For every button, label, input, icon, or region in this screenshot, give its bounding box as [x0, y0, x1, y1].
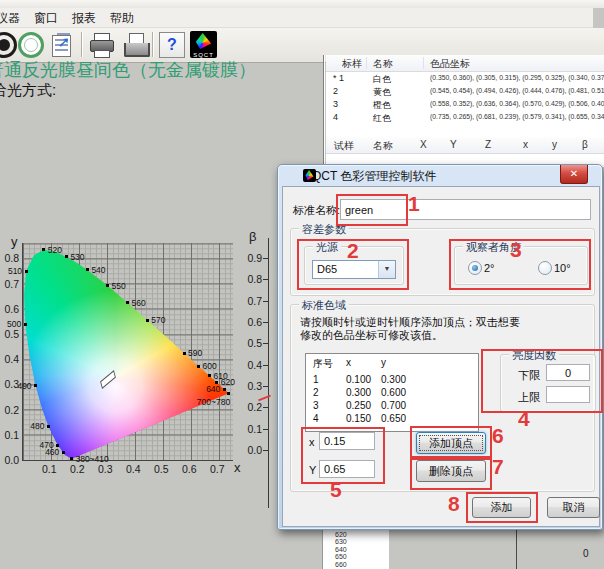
green-ring-icon [18, 32, 44, 58]
column-header: 标样 [342, 57, 362, 71]
tolerance-group-label: 容差参数 [299, 222, 349, 237]
x-axis-title: x [234, 460, 241, 475]
wavelength-item: 660 [335, 561, 347, 568]
dialog-title: SQCT 色彩管理控制软件 [304, 169, 436, 183]
row-id: 4 [333, 112, 338, 122]
vertex-cell[interactable]: 4 [313, 413, 319, 424]
beta-axis-title: β [249, 229, 256, 244]
x-tick-0.3: 0.3 [98, 463, 113, 475]
export-report-icon[interactable]: ➚ [49, 31, 77, 59]
radio-10deg-label: 10° [554, 262, 571, 274]
locus-point-500 [24, 323, 27, 326]
standards-table-header: 标样名称色品坐标 [326, 55, 604, 72]
y-tick-0.8: 0.8 [0, 252, 19, 264]
standard-name-input[interactable] [340, 199, 591, 220]
document-icon: ➚ [52, 35, 71, 57]
wavelength-item: 620 [335, 531, 347, 538]
observer-group-label: 观察者角度 [463, 240, 524, 255]
table-row[interactable]: * 1白色(0.350, 0.360), (0.305, 0.315), (0.… [326, 72, 604, 85]
chevron-down-icon[interactable]: ▼ [378, 261, 395, 278]
column-separator [423, 57, 424, 69]
sqct-logo-icon[interactable]: SQCT [190, 31, 218, 59]
vertex-cell[interactable]: 0.150 [346, 413, 371, 424]
dialog-content: 标准名称: 容差参数 光源 D65 ▼ 观察者角度 2° 10° 标准色域 请按… [282, 186, 600, 527]
vertex-cell[interactable]: 0.300 [346, 387, 371, 398]
menu-item-帮助[interactable]: 帮助 [103, 8, 141, 29]
y-tick-0.5: 0.5 [0, 328, 19, 340]
record-circle-icon[interactable] [0, 31, 18, 59]
vertex-cell[interactable]: 2 [313, 387, 319, 398]
locus-label-510: 510 [8, 266, 22, 276]
beta-tick-0.7: 0.7 [238, 295, 262, 307]
table-row[interactable]: 4红色(0.735, 0.265), (0.681, 0.239), (0.57… [326, 111, 604, 124]
vertex-cell[interactable]: 1 [313, 374, 319, 385]
print-icon[interactable] [87, 31, 115, 59]
locus-label-640: 640 [206, 384, 220, 394]
dark-ring-icon [0, 32, 17, 58]
wavelength-list-panel: 620630640650660 [322, 529, 389, 569]
dialog-titlebar[interactable]: SQCT 色彩管理控制软件 [286, 168, 436, 184]
vertex-column-header: x [346, 357, 351, 368]
green-circle-icon[interactable] [17, 31, 45, 59]
beta-tick-0.8: 0.8 [238, 273, 262, 285]
vertex-cell[interactable]: 0.100 [346, 374, 371, 385]
y-tick-0.6: 0.6 [0, 303, 19, 315]
vertex-cell[interactable]: 0.250 [346, 400, 371, 411]
locus-label-570: 570 [151, 315, 165, 325]
locus-point-640 [223, 388, 226, 391]
locus-label-620: 620 [221, 377, 235, 387]
luminance-groupbox: 亮度因数 [500, 354, 596, 412]
radio-2deg[interactable] [468, 261, 482, 275]
close-button[interactable]: ✕ [560, 165, 588, 184]
locus-point-470 [56, 444, 59, 447]
illuminant-combobox[interactable]: D65 ▼ [312, 260, 396, 279]
vertex-cell[interactable]: 3 [313, 400, 319, 411]
vertex-cell[interactable]: 0.700 [381, 400, 406, 411]
x-tick-0.7: 0.7 [210, 463, 225, 475]
locus-label-600: 600 [203, 361, 217, 371]
upper-limit-input[interactable] [546, 386, 590, 403]
row-id: * 1 [333, 73, 344, 83]
vertex-cell[interactable]: 0.300 [381, 374, 406, 385]
table-row[interactable]: 3橙色(0.558, 0.352), (0.636, 0.364), (0.57… [326, 98, 604, 111]
dialog-sqct: SQCT 色彩管理控制软件 ✕ 标准名称: 容差参数 光源 D65 ▼ 观察者角… [277, 164, 603, 530]
column-header: 名称 [373, 139, 393, 153]
menu-item-窗口[interactable]: 窗口 [27, 8, 65, 29]
lower-limit-input[interactable] [546, 364, 590, 381]
x-tick-0.2: 0.2 [70, 463, 85, 475]
print-preview-icon[interactable] [121, 31, 149, 59]
help-icon[interactable]: ? [158, 31, 186, 59]
toolbar-separator [81, 32, 82, 57]
vertex-cell[interactable]: 0.600 [381, 387, 406, 398]
radio-10deg[interactable] [538, 261, 552, 275]
x-tick-0.4: 0.4 [126, 463, 141, 475]
locus-label-520: 520 [48, 245, 62, 255]
y-tick-0.1: 0.1 [0, 429, 19, 441]
wavelength-item: 650 [335, 553, 347, 560]
vertex-table[interactable]: 序号xy10.1000.30020.3000.60030.2500.70040.… [305, 353, 479, 432]
column-header: 名称 [373, 57, 393, 71]
beta-axis-line [268, 238, 269, 508]
menu-item-仪器[interactable]: 仪器 [0, 8, 27, 29]
standard-name-label: 标准名称: [293, 203, 340, 218]
locus-label-490: 490 [17, 381, 31, 391]
beta-tick-mark [263, 343, 268, 344]
cancel-button[interactable]: 取消 [547, 497, 600, 518]
x-coordinate-input[interactable] [319, 432, 375, 450]
x-tick-0.6: 0.6 [182, 463, 197, 475]
y-coordinate-input[interactable] [319, 460, 375, 478]
table-row[interactable]: 2黄色(0.545, 0.454), (0.494, 0.426), (0.44… [326, 85, 604, 98]
y-tick-0: 0.0 [0, 454, 19, 466]
delete-vertex-button[interactable]: 删除顶点 [416, 460, 486, 482]
locus-label-480: 480 [30, 421, 44, 431]
locus-label-560: 560 [131, 298, 145, 308]
add-button[interactable]: 添加 [472, 497, 531, 518]
locus-point-570 [146, 319, 149, 322]
add-vertex-button[interactable]: 添加顶点 [416, 432, 486, 454]
vertex-cell[interactable]: 0.650 [381, 413, 406, 424]
locus-point-520 [42, 248, 45, 251]
row-coordinates: (0.735, 0.265), (0.681, 0.239), (0.579, … [430, 113, 604, 120]
toolbar-separator [152, 32, 153, 57]
menu-item-报表[interactable]: 报表 [65, 8, 103, 29]
lower-limit-label: 下限 [518, 368, 540, 383]
